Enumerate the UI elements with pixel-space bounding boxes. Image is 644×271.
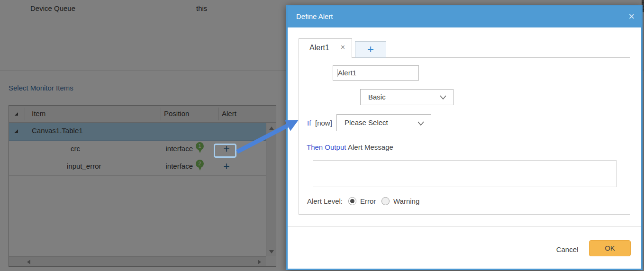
warning-radio-label: Warning <box>393 197 419 205</box>
name-input[interactable]: Alert1 <box>333 65 419 81</box>
chevron-down-icon <box>417 121 424 126</box>
error-radio-label: Error <box>360 197 376 205</box>
condition-select-value: Please Select <box>345 118 388 126</box>
define-alert-dialog: Define Alert × Alert1 × + Name: Alert1 S… <box>286 5 643 270</box>
analysis-select-value: Basic <box>368 93 386 101</box>
footer-divider <box>288 226 641 227</box>
close-icon[interactable]: × <box>628 10 635 23</box>
dialog-titlebar: Define Alert × <box>288 6 641 27</box>
condition-select[interactable]: Please Select <box>336 114 431 131</box>
alert-message-textarea[interactable] <box>313 160 617 187</box>
chevron-down-icon <box>440 95 446 99</box>
text-caret <box>337 69 337 77</box>
alert-level-label: Alert Level: <box>307 197 343 205</box>
alert-message-label: Alert Message <box>348 143 393 151</box>
radio-error[interactable] <box>348 197 356 205</box>
name-value: Alert1 <box>338 69 356 77</box>
dialog-title: Define Alert <box>296 12 333 20</box>
analysis-select[interactable]: Basic <box>360 89 454 105</box>
tab-alert1[interactable]: Alert1 × <box>299 38 352 58</box>
alert-form-panel <box>299 57 630 215</box>
radio-warning[interactable] <box>381 197 390 205</box>
then-output-label: Then Output <box>307 143 346 151</box>
tab-label: Alert1 <box>309 44 329 52</box>
tab-close-icon[interactable]: × <box>341 43 345 52</box>
if-bracket-label: [now] <box>315 119 332 127</box>
cancel-button[interactable]: Cancel <box>551 244 584 256</box>
plus-icon: + <box>367 43 374 55</box>
if-label: If <box>307 119 311 127</box>
tab-add-alert[interactable]: + <box>355 41 386 58</box>
ok-button[interactable]: OK <box>589 240 631 256</box>
